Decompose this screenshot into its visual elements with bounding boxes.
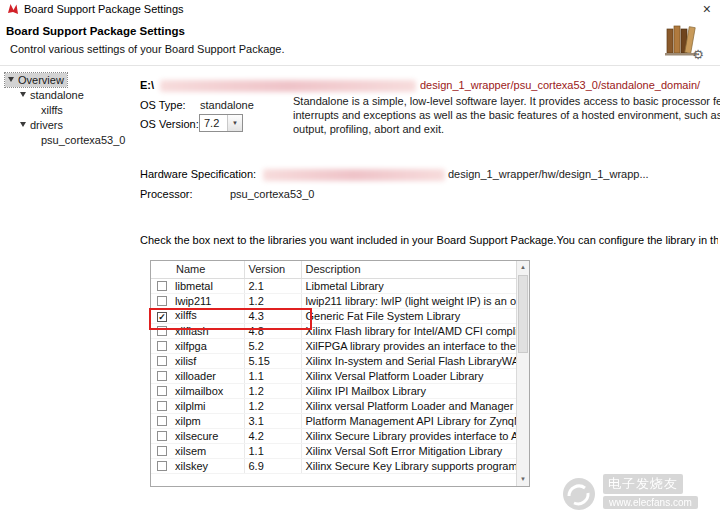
table-header-row: Name Version Description <box>151 261 517 278</box>
expand-arrow-icon[interactable] <box>8 77 14 82</box>
scroll-up-icon[interactable]: ▲ <box>517 261 529 274</box>
library-name: xilpm <box>175 415 201 427</box>
os-description: Standalone is a simple, low-level softwa… <box>293 94 720 136</box>
watermark-url: www.elecfans.com <box>603 496 698 509</box>
library-version: 1.2 <box>244 293 301 308</box>
library-checkbox[interactable]: ✓ <box>157 312 167 322</box>
tree-item-label: drivers <box>30 119 63 131</box>
column-header-description[interactable]: Description <box>301 261 517 278</box>
tree-item-standalone[interactable]: standalone <box>0 87 134 102</box>
settings-tree: Overviewstandalonexilffsdriverspsu_corte… <box>0 72 134 520</box>
redacted-path-blur <box>160 80 416 92</box>
library-name: xilflash <box>175 325 209 337</box>
library-row-xilfpga[interactable]: xilfpga5.2XilFPGA library provides an in… <box>151 338 517 353</box>
library-version: 4.8 <box>244 323 301 338</box>
tree-item-psu_cortexa53_0[interactable]: psu_cortexa53_0 <box>0 132 134 147</box>
library-checkbox[interactable] <box>157 446 167 456</box>
library-description: XilFPGA library provides an interface to… <box>301 338 517 353</box>
library-name: xilmailbox <box>175 385 223 397</box>
library-name: xilplmi <box>175 400 206 412</box>
watermark: 电子发烧友 www.elecfans.com <box>555 468 720 520</box>
library-version: 5.2 <box>244 338 301 353</box>
tree-item-inner: drivers <box>17 118 66 132</box>
processor-label: Processor: <box>140 188 193 200</box>
library-description: Xilinx Flash library for Intel/AMD CFI c… <box>301 323 517 338</box>
scrollbar-thumb[interactable] <box>518 275 528 353</box>
redacted-hw-path-blur <box>263 169 445 181</box>
library-checkbox[interactable] <box>157 461 167 471</box>
dialog-title: Board Support Package Settings <box>6 25 185 37</box>
chevron-down-icon[interactable]: ▼ <box>227 115 242 131</box>
library-checkbox[interactable] <box>157 356 167 366</box>
library-checkbox[interactable] <box>157 431 167 441</box>
library-name: xilffs <box>175 309 197 321</box>
window-title: Board Support Package Settings <box>24 3 184 15</box>
library-row-xilpm[interactable]: xilpm3.1Platform Management API Library … <box>151 413 517 428</box>
scroll-down-icon[interactable]: ▼ <box>517 473 529 486</box>
library-name: xilsecure <box>175 430 218 442</box>
tree-item-Overview[interactable]: Overview <box>0 72 134 87</box>
close-button[interactable]: × <box>703 1 711 17</box>
library-row-xilflash[interactable]: xilflash4.8Xilinx Flash library for Inte… <box>151 323 517 338</box>
library-checkbox[interactable] <box>157 401 167 411</box>
dialog-header: Board Support Package Settings Control v… <box>0 18 720 66</box>
library-checkbox[interactable] <box>157 326 167 336</box>
library-description: lwip211 library: lwIP (light weight IP) … <box>301 293 517 308</box>
tree-item-label: Overview <box>18 74 64 86</box>
library-description: Libmetal Library <box>301 278 517 293</box>
library-version: 1.1 <box>244 443 301 458</box>
column-header-name[interactable]: Name <box>151 261 244 278</box>
library-row-xilloader[interactable]: xilloader1.1Xilinx Versal Platform Loade… <box>151 368 517 383</box>
os-description-line: Standalone is a simple, low-level softwa… <box>293 94 720 108</box>
bsp-path-suffix: design_1_wrapper/psu_cortexa53_0/standal… <box>420 79 700 91</box>
os-version-select[interactable]: 7.2 ▼ <box>199 114 243 132</box>
tree-item-inner: xilffs <box>38 103 66 117</box>
library-version: 3.1 <box>244 413 301 428</box>
titlebar: Board Support Package Settings × <box>0 0 720 18</box>
library-row-xilmailbox[interactable]: xilmailbox1.2Xilinx IPI Mailbox Library <box>151 383 517 398</box>
library-name: xilsem <box>175 445 206 457</box>
os-type-label: OS Type: <box>140 99 186 111</box>
os-type-value: standalone <box>200 99 254 111</box>
expand-arrow-icon[interactable] <box>20 122 26 127</box>
library-description: Xilinx Versal Platform Loader Library <box>301 368 517 383</box>
tree-item-label: standalone <box>30 89 84 101</box>
library-description: Xilinx versal Platform Loader and Manage… <box>301 398 517 413</box>
os-description-line: output, profiling, abort and exit. <box>293 122 720 136</box>
library-name: xilisf <box>175 355 196 367</box>
library-name: lwip211 <box>175 295 212 307</box>
library-version: 2.1 <box>244 278 301 293</box>
library-description: Xilinx IPI Mailbox Library <box>301 383 517 398</box>
library-row-xilisf[interactable]: xilisf5.15Xilinx In-system and Serial Fl… <box>151 353 517 368</box>
library-version: 4.3 <box>244 308 301 323</box>
expand-arrow-icon[interactable] <box>20 92 26 97</box>
library-row-xilffs[interactable]: ✓xilffs4.3Generic Fat File System Librar… <box>151 308 517 323</box>
column-header-version[interactable]: Version <box>244 261 301 278</box>
library-checkbox[interactable] <box>157 386 167 396</box>
os-version-value: 7.2 <box>204 117 219 129</box>
tree-item-drivers[interactable]: drivers <box>0 117 134 132</box>
tree-item-inner: standalone <box>17 88 87 102</box>
tree-item-inner: psu_cortexa53_0 <box>38 133 128 147</box>
library-row-libmetal[interactable]: libmetal2.1Libmetal Library <box>151 278 517 293</box>
library-name: xilloader <box>175 370 216 382</box>
gear-icon: ⚙ <box>692 47 704 62</box>
library-checkbox[interactable] <box>157 371 167 381</box>
library-checkbox[interactable] <box>157 416 167 426</box>
library-version: 1.2 <box>244 383 301 398</box>
table-scrollbar[interactable]: ▲ ▼ <box>516 261 529 486</box>
library-version: 6.9 <box>244 458 301 473</box>
library-row-xilplmi[interactable]: xilplmi1.2Xilinx versal Platform Loader … <box>151 398 517 413</box>
os-version-label: OS Version: <box>140 118 199 130</box>
tree-item-label: xilffs <box>41 104 63 116</box>
library-description: Xilinx Secure Library provides interface… <box>301 428 517 443</box>
library-checkbox[interactable] <box>157 281 167 291</box>
library-row-lwip211[interactable]: lwip2111.2lwip211 library: lwIP (light w… <box>151 293 517 308</box>
tree-item-xilffs[interactable]: xilffs <box>0 102 134 117</box>
library-row-xilsem[interactable]: xilsem1.1Xilinx Versal Soft Error Mitiga… <box>151 443 517 458</box>
library-checkbox[interactable] <box>157 341 167 351</box>
library-row-xilsecure[interactable]: xilsecure4.2Xilinx Secure Library provid… <box>151 428 517 443</box>
library-checkbox[interactable] <box>157 296 167 306</box>
hw-spec-label: Hardware Specification: <box>140 168 256 180</box>
library-row-xilskey[interactable]: xilskey6.9Xilinx Secure Key Library supp… <box>151 458 517 473</box>
